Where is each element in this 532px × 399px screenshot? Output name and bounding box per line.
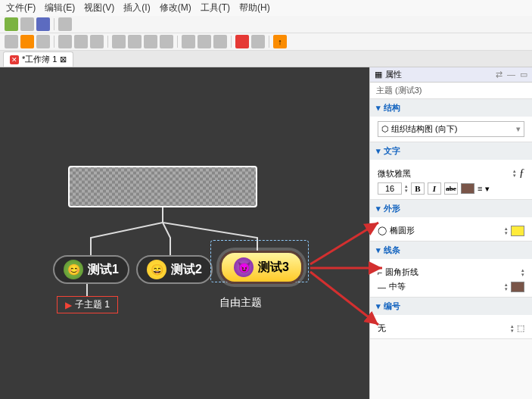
arrow-up-icon[interactable]: ↑ [273, 35, 287, 48]
number-format-icon[interactable]: ⬚ [517, 323, 524, 333]
tag-icon[interactable] [36, 35, 50, 48]
separator [269, 36, 269, 48]
open-icon[interactable] [20, 17, 34, 31]
tab-bar: ✕ *工作簿 1 ⊠ [0, 51, 532, 67]
chevron-down-icon[interactable]: ▾ [485, 184, 490, 194]
section-header[interactable]: ▾ 结构 [370, 99, 532, 117]
spinner[interactable]: ▴▾ [505, 282, 508, 291]
topic-node-2[interactable]: 😄 测试2 [136, 255, 213, 284]
number-value[interactable]: 无 [378, 323, 508, 334]
menu-edit[interactable]: 编辑(E) [45, 2, 75, 14]
minimize-icon[interactable]: — [507, 70, 515, 79]
separator [231, 36, 232, 48]
svg-line-0 [310, 223, 378, 264]
tool-icon[interactable] [90, 35, 104, 48]
root-topic[interactable] [68, 166, 257, 207]
print-icon[interactable] [58, 17, 72, 31]
menu-icon[interactable]: ▭ [520, 70, 527, 79]
menu-bar: 文件(F) 编辑(E) 视图(V) 插入(I) 修改(M) 工具(T) 帮助(H… [0, 0, 532, 16]
section-header[interactable]: ▾ 文字 [370, 142, 532, 160]
section-structure: ▾ 结构 ⬡ 组织结构图 (向下) ▾ [370, 99, 532, 142]
tool-icon[interactable] [112, 35, 126, 48]
shape-value[interactable]: 椭圆形 [390, 225, 502, 236]
strike-button[interactable]: abc [444, 182, 458, 195]
smile-yellow-icon: 😄 [147, 260, 166, 279]
toolbar-primary [0, 16, 532, 33]
ellipse-icon: ◯ [378, 226, 387, 235]
bold-button[interactable]: B [411, 182, 425, 195]
doc-icon[interactable] [5, 35, 18, 48]
panel-icon: ▦ [375, 70, 382, 79]
menu-file[interactable]: 文件(F) [6, 2, 36, 14]
menu-modify[interactable]: 修改(M) [160, 2, 191, 14]
smile-purple-icon: 😈 [234, 257, 254, 277]
spinner[interactable]: ▴▾ [513, 169, 516, 178]
menu-insert[interactable]: 插入(I) [123, 2, 150, 14]
bulb-icon[interactable] [20, 35, 34, 48]
tool-icon[interactable] [58, 35, 72, 48]
fill-color-swatch[interactable] [511, 226, 524, 236]
line-color-swatch[interactable] [511, 282, 524, 292]
section-header[interactable]: ▾ 线条 [370, 242, 532, 259]
tool-icon[interactable] [74, 35, 88, 48]
section-header[interactable]: ▾ 编号 [370, 298, 532, 315]
spinner[interactable]: ▴▾ [521, 268, 524, 277]
spinner[interactable]: ▴▾ [511, 324, 514, 333]
separator [107, 36, 108, 48]
separator [177, 36, 178, 48]
flag-icon: ▶ [65, 300, 72, 310]
properties-panel: ▦ 属性 ⇄ — ▭ 主题 (测试3) ▾ 结构 ⬡ 组织结构图 (向下) ▾ … [369, 67, 532, 399]
new-icon[interactable] [5, 17, 18, 31]
tool-icon[interactable] [144, 35, 157, 48]
tool-icon[interactable] [182, 35, 195, 48]
document-tab[interactable]: ✕ *工作簿 1 ⊠ [3, 51, 73, 67]
text-color-swatch[interactable] [461, 183, 474, 194]
line-weight-icon: — [378, 282, 386, 291]
tool-icon[interactable] [251, 35, 265, 48]
mindmap-canvas[interactable]: 😊 测试1 😄 测试2 😈 测试3 ▶ 子主题 1 自由主题 [0, 67, 369, 399]
structure-combo[interactable]: ⬡ 组织结构图 (向下) ▾ [378, 121, 524, 137]
topic-label: 测试1 [88, 262, 119, 278]
panel-subtitle: 主题 (测试3) [370, 83, 532, 99]
line-weight-value[interactable]: 中等 [389, 281, 502, 292]
topic-node-3-selected[interactable]: 😈 测试3 [219, 251, 303, 284]
red-square-icon[interactable] [235, 35, 249, 48]
italic-f-icon[interactable]: ƒ [519, 167, 524, 179]
panel-title: 属性 [385, 69, 402, 80]
tab-title: *工作簿 1 [22, 54, 57, 65]
font-name[interactable]: 微软雅黑 [378, 168, 510, 179]
chevron-down-icon: ▾ [516, 124, 521, 134]
smile-green-icon: 😊 [64, 260, 83, 279]
menu-view[interactable]: 视图(V) [84, 2, 114, 14]
tool-icon[interactable] [198, 35, 211, 48]
menu-tools[interactable]: 工具(T) [201, 2, 230, 14]
line-type-value[interactable]: 圆角折线 [385, 267, 518, 278]
section-number: ▾ 编号 无 ▴▾ ⬚ [370, 298, 532, 339]
svg-line-2 [310, 272, 378, 325]
spinner[interactable]: ▴▾ [505, 226, 508, 235]
section-header[interactable]: ▾ 外形 [370, 200, 532, 217]
topic-label: 测试3 [258, 260, 289, 276]
section-line: ▾ 线条 ⌐ 圆角折线 ▴▾ — 中等 ▴▾ [370, 242, 532, 298]
save-icon[interactable] [36, 17, 50, 31]
line-shape-icon: ⌐ [378, 268, 382, 277]
italic-button[interactable]: I [428, 182, 441, 195]
toolbar-secondary: ↑ [0, 33, 532, 51]
align-icon[interactable]: ≡ [478, 184, 482, 193]
topic-label: 测试2 [171, 262, 202, 278]
separator [54, 36, 54, 48]
tab-dirty-marker: ⊠ [60, 55, 67, 64]
panel-controls: ⇄ — ▭ [496, 70, 527, 79]
topic-node-1[interactable]: 😊 测试1 [53, 255, 129, 284]
font-size-input[interactable]: 16 [378, 182, 402, 195]
tool-icon[interactable] [213, 35, 227, 48]
tool-icon[interactable] [128, 35, 142, 48]
spinner[interactable]: ▴▾ [405, 184, 408, 193]
tool-icon[interactable] [160, 35, 173, 48]
menu-help[interactable]: 帮助(H) [239, 2, 270, 14]
combo-value: 组织结构图 (向下) [391, 123, 457, 135]
close-icon[interactable]: ✕ [10, 55, 19, 64]
subtopic-node[interactable]: ▶ 子主题 1 [57, 296, 118, 313]
free-topic-label: 自由主题 [219, 296, 262, 310]
collapse-icon[interactable]: ⇄ [496, 70, 502, 79]
